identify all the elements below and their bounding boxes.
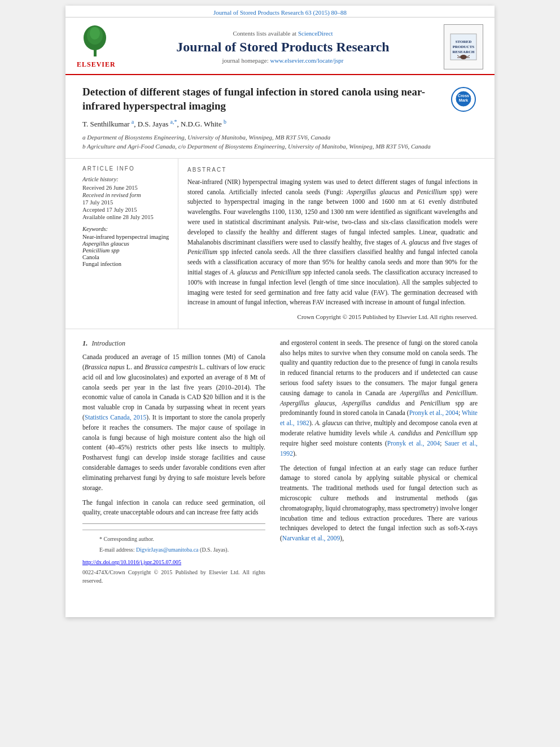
svg-point-8 xyxy=(460,55,467,59)
received-date: Received 26 June 2015 xyxy=(82,185,170,191)
svg-text:PRODUCTS: PRODUCTS xyxy=(453,45,475,49)
history-label: Article history: xyxy=(82,176,170,182)
keyword-2: Aspergillus glaucus xyxy=(82,241,170,247)
intro-section-number: 1. xyxy=(82,339,88,347)
intro-para1: Canada produced an average of 15 million… xyxy=(82,352,265,493)
sauer-ref[interactable]: Sauer et al., 1992 xyxy=(280,440,478,457)
article-title: Detection of different stages of fungal … xyxy=(82,85,478,113)
svg-text:Cross: Cross xyxy=(458,94,469,98)
body-right-para1: and ergosterol content in seeds. The pre… xyxy=(280,338,478,459)
revised-label: Received in revised form xyxy=(82,192,170,198)
sciencedirect-link[interactable]: ScienceDirect xyxy=(298,30,333,37)
keyword-1: Near-infrared hyperspectral imaging xyxy=(82,234,170,240)
revised-date: 17 July 2015 xyxy=(82,199,170,206)
article-info-abstract-section: ARTICLE INFO Article history: Received 2… xyxy=(65,159,495,329)
abstract-column: ABSTRACT Near-infrared (NIR) hyperspectr… xyxy=(178,159,495,329)
email-note: E-mail address: DigvirJayas@umanitoba.ca… xyxy=(99,545,248,554)
corresponding-author-note: * Corresponding author. xyxy=(99,535,248,544)
journal-reference-bar: Journal of Stored Products Research 63 (… xyxy=(65,6,495,18)
elsevier-logo: ELSEVIER xyxy=(77,25,128,69)
body-section: 1. Introduction Canada produced an avera… xyxy=(65,329,495,595)
body-left-column: 1. Introduction Canada produced an avera… xyxy=(65,329,274,595)
article-info-header: ARTICLE INFO xyxy=(82,165,170,172)
elsevier-brand-text: ELSEVIER xyxy=(77,60,116,69)
journal-homepage: journal homepage: www.elsevier.com/locat… xyxy=(128,57,438,64)
affiliation-a: a Department of Biosystems Engineering, … xyxy=(82,133,478,142)
pronyk-ref[interactable]: Pronyk et al., 2004 xyxy=(409,409,458,416)
journal-name: Journal of Stored Products Research xyxy=(128,39,438,55)
journal-volume-ref: Journal of Stored Products Research 63 (… xyxy=(213,9,347,16)
svg-text:RESEARCH: RESEARCH xyxy=(453,50,475,54)
keyword-4: Canola xyxy=(82,254,170,260)
keywords-section: Keywords: Near-infrared hyperspectral im… xyxy=(82,226,170,267)
accepted-date: Accepted 17 July 2015 xyxy=(82,207,170,213)
affiliations: a Department of Biosystems Engineering, … xyxy=(82,133,478,151)
article-info-column: ARTICLE INFO Article history: Received 2… xyxy=(65,159,178,329)
doi-link[interactable]: http://dx.doi.org/10.1016/j.jspr.2015.07… xyxy=(82,558,265,567)
intro-section-title: 1. Introduction xyxy=(82,338,265,349)
article-title-section: Detection of different stages of fungal … xyxy=(65,75,495,159)
affiliation-b: b Agriculture and Agri-Food Canada, c/o … xyxy=(82,142,478,151)
crossmark-badge[interactable]: Cross Mark xyxy=(449,85,478,113)
intro-para2: The fungal infection in canola can reduc… xyxy=(82,498,265,518)
svg-text:Mark: Mark xyxy=(459,98,468,102)
sciencedirect-line: Contents lists available at ScienceDirec… xyxy=(128,30,438,37)
issn-line: 0022-474X/Crown Copyright © 2015 Publish… xyxy=(82,568,265,586)
body-right-column: and ergosterol content in seeds. The pre… xyxy=(274,329,495,595)
statistics-canada-ref[interactable]: Statistics Canada, 2015 xyxy=(85,414,146,421)
elsevier-tree-icon xyxy=(77,25,113,59)
narvankar-ref[interactable]: Narvankar et al., 2009 xyxy=(282,535,340,541)
journal-page: Journal of Stored Products Research 63 (… xyxy=(65,6,495,617)
keywords-label: Keywords: xyxy=(82,226,170,232)
journal-cover-icon: STORED PRODUCTS RESEARCH xyxy=(449,33,478,61)
crossmark-icon: Cross Mark xyxy=(455,90,472,107)
homepage-link[interactable]: www.elsevier.com/locate/jspr xyxy=(270,57,343,64)
journal-logo-right: STORED PRODUCTS RESEARCH xyxy=(438,24,483,69)
abstract-header: ABSTRACT xyxy=(187,165,478,174)
authors-line: T. Senthilkumar a, D.S. Jayas a,*, N.D.G… xyxy=(82,119,478,129)
svg-text:STORED: STORED xyxy=(456,40,472,44)
pronyk-ref2[interactable]: Pronyk et al., 2004 xyxy=(387,440,440,447)
body-right-para2: The detection of fungal infection at an … xyxy=(280,464,478,544)
journal-logo-box: STORED PRODUCTS RESEARCH xyxy=(444,24,483,69)
keyword-3: Penicillium spp xyxy=(82,247,170,254)
abstract-text: Near-infrared (NIR) hyperspectral imagin… xyxy=(187,177,478,308)
footer-section: * Corresponding author. E-mail address: … xyxy=(82,530,265,558)
journal-header: ELSEVIER Contents lists available at Sci… xyxy=(65,18,495,75)
copyright-line: Crown Copyright © 2015 Published by Else… xyxy=(187,312,478,322)
email-link[interactable]: DigvirJayas@umanitoba.ca xyxy=(136,547,199,553)
svg-point-3 xyxy=(90,27,100,40)
footer-divider xyxy=(82,523,265,524)
keyword-5: Fungal infection xyxy=(82,261,170,267)
available-date: Available online 28 July 2015 xyxy=(82,214,170,220)
journal-title-center: Contents lists available at ScienceDirec… xyxy=(128,30,438,64)
